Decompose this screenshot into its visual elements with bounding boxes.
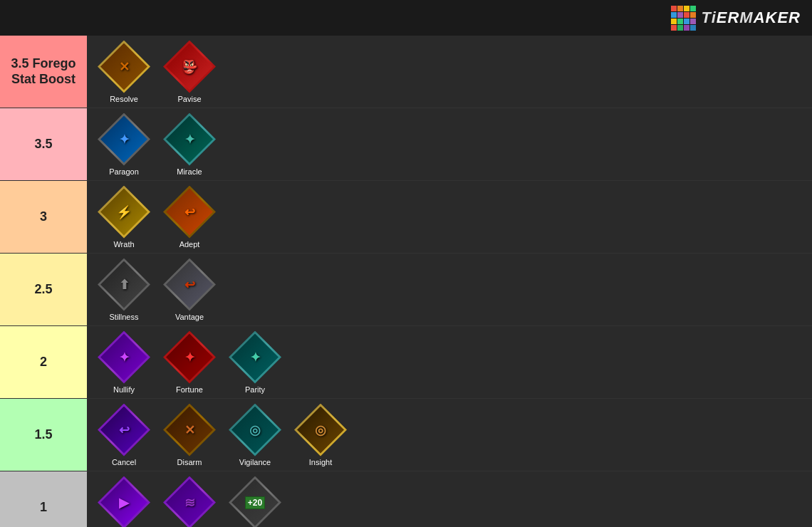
icon-inner-vigilance: ◎ — [231, 407, 279, 454]
icon-symbol-critical20: +20 — [245, 496, 265, 509]
tier-row-15: 1.5↩Cancel✕Disarm◎Vigilance◎Insight — [0, 399, 812, 471]
icon-outer-pavise: 👺 — [163, 41, 216, 93]
item-cancel[interactable]: ↩Cancel — [93, 403, 155, 466]
icon-outer-paragon: ✦ — [98, 113, 150, 166]
icon-wrapper-stillness: ⬆ — [98, 258, 151, 311]
icon-inner-insight: ◎ — [297, 407, 344, 454]
tier-label-1: 1 — [0, 471, 87, 527]
icon-symbol-resolve: ✕ — [119, 59, 130, 75]
logo-cell-11 — [690, 19, 696, 24]
item-disarm[interactable]: ✕Disarm — [158, 403, 221, 466]
icon-symbol-nullify: ✦ — [119, 350, 130, 365]
item-name-parity: Parity — [245, 385, 265, 394]
icon-inner-disarm: ✕ — [166, 407, 213, 454]
tier-label-3: 3 — [0, 181, 87, 253]
logo-cell-8 — [671, 19, 677, 24]
icon-symbol-adept: ↩ — [184, 204, 195, 220]
item-name-disarm: Disarm — [177, 458, 202, 466]
icon-symbol-howl: ▶ — [119, 495, 129, 511]
tier-row-3: 3⚡Wrath↩Adept — [0, 181, 812, 254]
icon-outer-shriek: ≋ — [163, 476, 216, 528]
item-parity[interactable]: ✦Parity — [224, 330, 286, 394]
icon-inner-nullify: ✦ — [100, 334, 147, 381]
icon-wrapper-disarm: ✕ — [163, 403, 217, 456]
item-howl[interactable]: ▶Howl — [93, 476, 155, 527]
item-insight[interactable]: ◎Insight — [289, 403, 352, 466]
tier-label-35: 3.5 — [0, 108, 87, 180]
item-shriek[interactable]: ≋Shriek — [158, 476, 221, 527]
icon-inner-miracle: ✦ — [166, 116, 213, 163]
tier-items-15: ↩Cancel✕Disarm◎Vigilance◎Insight — [87, 399, 812, 471]
item-name-adept: Adept — [179, 240, 200, 249]
icon-wrapper-wrath: ⚡ — [98, 185, 151, 239]
logo-cell-12 — [671, 25, 677, 31]
icon-wrapper-nullify: ✦ — [98, 330, 151, 384]
icon-inner-shriek: ≋ — [166, 479, 213, 526]
tier-label-2: 2 — [0, 326, 87, 398]
logo-cell-5 — [677, 12, 683, 18]
logo-text: TiERMAKER — [702, 9, 801, 27]
icon-inner-pavise: 👺 — [166, 43, 213, 90]
logo-cell-4 — [671, 12, 677, 18]
icon-symbol-vantage: ↩ — [184, 277, 195, 293]
tier-row-forego: 3.5 Forego Stat Boost✕Resolve👺Pavise — [0, 36, 812, 108]
logo-cell-1 — [677, 6, 683, 11]
item-pavise[interactable]: 👺Pavise — [158, 40, 221, 103]
icon-symbol-parity: ✦ — [250, 350, 261, 365]
item-stillness[interactable]: ⬆Stillness — [93, 258, 155, 321]
icon-wrapper-paragon: ✦ — [98, 113, 151, 166]
item-resolve[interactable]: ✕Resolve — [93, 40, 155, 103]
item-nullify[interactable]: ✦Nullify — [93, 330, 155, 394]
tier-label-25: 2.5 — [0, 254, 87, 325]
item-miracle[interactable]: ✦Miracle — [158, 113, 221, 176]
icon-symbol-miracle: ✦ — [184, 132, 195, 147]
icon-outer-vantage: ↩ — [163, 259, 216, 311]
logo-cell-10 — [684, 19, 689, 24]
icon-wrapper-miracle: ✦ — [163, 113, 217, 166]
header: TiERMAKER — [0, 0, 812, 36]
item-name-paragon: Paragon — [109, 167, 139, 176]
item-name-insight: Insight — [309, 458, 332, 466]
item-critical20[interactable]: +20Critical +20 — [224, 476, 286, 527]
tier-items-2: ✦Nullify✦Fortune✦Parity — [87, 326, 812, 398]
item-name-cancel: Cancel — [112, 458, 136, 466]
item-vigilance[interactable]: ◎Vigilance — [224, 403, 286, 466]
icon-wrapper-pavise: 👺 — [163, 40, 217, 93]
item-paragon[interactable]: ✦Paragon — [93, 113, 155, 176]
icon-outer-adept: ↩ — [163, 186, 216, 239]
item-wrath[interactable]: ⚡Wrath — [93, 185, 155, 249]
icon-inner-critical20: +20 — [231, 479, 279, 526]
tier-list: 3.5 Forego Stat Boost✕Resolve👺Pavise3.5✦… — [0, 36, 812, 527]
item-name-fortune: Fortune — [176, 385, 203, 394]
item-name-pavise: Pavise — [177, 95, 201, 103]
item-name-stillness: Stillness — [110, 313, 139, 321]
item-vantage[interactable]: ↩Vantage — [158, 258, 221, 321]
icon-outer-cancel: ↩ — [98, 404, 150, 456]
icon-wrapper-cancel: ↩ — [98, 403, 151, 456]
logo-cell-15 — [690, 25, 696, 31]
icon-inner-paragon: ✦ — [100, 116, 147, 163]
icon-inner-wrath: ⚡ — [100, 189, 147, 236]
icon-outer-miracle: ✦ — [163, 113, 216, 166]
icon-outer-parity: ✦ — [229, 331, 281, 384]
icon-symbol-vigilance: ◎ — [249, 422, 261, 438]
item-fortune[interactable]: ✦Fortune — [158, 330, 221, 394]
tier-items-25: ⬆Stillness↩Vantage — [87, 254, 812, 325]
icon-outer-insight: ◎ — [294, 404, 347, 456]
icon-symbol-insight: ◎ — [315, 422, 326, 438]
tier-label-forego: 3.5 Forego Stat Boost — [0, 36, 87, 108]
icon-symbol-paragon: ✦ — [119, 132, 130, 147]
icon-symbol-shriek: ≋ — [184, 495, 195, 511]
item-name-resolve: Resolve — [110, 95, 138, 103]
icon-inner-stillness: ⬆ — [100, 261, 147, 308]
item-adept[interactable]: ↩Adept — [158, 185, 221, 249]
tier-items-35: ✦Paragon✦Miracle — [87, 108, 812, 180]
icon-inner-vantage: ↩ — [166, 261, 213, 308]
icon-inner-cancel: ↩ — [100, 407, 147, 454]
icon-outer-stillness: ⬆ — [98, 259, 150, 311]
logo-grid-icon — [671, 6, 696, 31]
tier-items-forego: ✕Resolve👺Pavise — [87, 36, 812, 108]
icon-wrapper-shriek: ≋ — [163, 476, 217, 527]
icon-outer-disarm: ✕ — [163, 404, 216, 456]
icon-symbol-disarm: ✕ — [184, 422, 195, 438]
